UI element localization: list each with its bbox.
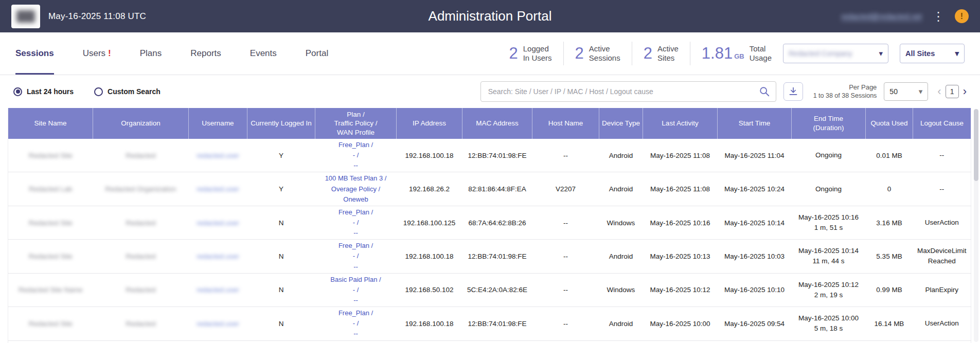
search-input[interactable] bbox=[480, 81, 776, 102]
cell-plan[interactable]: Free_Plan / - / -- bbox=[315, 240, 397, 273]
cell-user[interactable]: redacted.user bbox=[189, 273, 247, 306]
session-row: Redacted LabRedacted Organizationredacte… bbox=[8, 172, 971, 206]
cell-start: May-16-2025 10:03 bbox=[718, 240, 792, 273]
cell-org: Redacted bbox=[93, 240, 189, 273]
tab-sessions-label: Sessions bbox=[15, 48, 54, 59]
cell-logged: N bbox=[247, 240, 315, 273]
column-header-ip: IP Address bbox=[397, 108, 462, 139]
cell-host: -- bbox=[532, 240, 599, 273]
cell-last: May-16-2025 11:08 bbox=[643, 172, 718, 206]
cell-cause: UserAction bbox=[913, 206, 971, 239]
cell-last: May-16-2025 09:33 bbox=[643, 340, 718, 343]
cell-plan[interactable]: Free_Plan / - / -- bbox=[315, 206, 397, 239]
pagination: ‹ 1 › bbox=[937, 85, 967, 98]
page-title: Administration Portal bbox=[429, 8, 552, 24]
column-header-cause: Logout Cause bbox=[913, 108, 971, 139]
cell-cause: MaxDeviceLimit Reached bbox=[913, 240, 971, 273]
cell-last: May-16-2025 10:12 bbox=[643, 273, 718, 306]
cell-device: Android bbox=[599, 307, 643, 340]
account-email-link[interactable]: redacted@redacted.net bbox=[841, 12, 922, 21]
search-box bbox=[480, 81, 776, 102]
cell-plan[interactable]: Basic Paid Plan / - / -- bbox=[315, 273, 397, 306]
column-header-device: Device Type bbox=[599, 108, 643, 139]
cell-quota: 3.16 MB bbox=[866, 206, 913, 239]
all-sites-select-value: All Sites bbox=[905, 49, 935, 58]
tab-portal-label: Portal bbox=[306, 48, 328, 59]
cell-site: Redacted Lab bbox=[8, 172, 93, 206]
cell-last: May-16-2025 10:00 bbox=[643, 307, 718, 340]
cell-site: Redacted Site bbox=[8, 307, 93, 340]
cell-last: May-16-2025 11:08 bbox=[643, 139, 718, 172]
cell-plan[interactable]: 100 MB Test Plan 3 / CaptiveDevicePolicy… bbox=[315, 340, 397, 343]
cell-plan[interactable]: Free_Plan / - / -- bbox=[315, 307, 397, 340]
tab-portal[interactable]: Portal bbox=[306, 32, 328, 75]
prev-page-button[interactable]: ‹ bbox=[937, 86, 941, 97]
divider bbox=[563, 42, 564, 65]
cell-logged: N bbox=[247, 273, 315, 306]
cell-host: -- bbox=[532, 307, 599, 340]
cell-user[interactable]: redacted.user bbox=[189, 206, 247, 239]
download-icon bbox=[788, 86, 798, 97]
cell-org: Redacted bbox=[93, 307, 189, 340]
cell-site: Redacted Site bbox=[8, 139, 93, 172]
tab-events[interactable]: Events bbox=[250, 32, 277, 75]
cell-cause: PlanQuota Exhausted bbox=[913, 340, 971, 343]
session-row: Redacted SiteRedactedredacted.userNFree_… bbox=[8, 307, 971, 340]
next-page-button[interactable]: › bbox=[963, 86, 967, 97]
topbar-right: redacted@redacted.net ⋮ ! bbox=[841, 9, 969, 23]
per-page-select-value: 50 bbox=[889, 87, 898, 96]
cell-quota: 0.99 MB bbox=[866, 273, 913, 306]
stat-total-usage-unit: GB bbox=[734, 52, 744, 60]
brand-logo[interactable] bbox=[11, 5, 40, 28]
cell-plan[interactable]: Free_Plan / - / -- bbox=[315, 139, 397, 172]
cell-user[interactable]: redacted.user bbox=[189, 307, 247, 340]
stat-active-sessions: 2 Active Sessions bbox=[575, 44, 620, 63]
column-header-end: End Time (Duration) bbox=[792, 108, 866, 139]
stat-total-usage-label: Total Usage bbox=[750, 44, 772, 63]
cell-device: Windows bbox=[599, 206, 643, 239]
cell-quota: 5.35 MB bbox=[866, 240, 913, 273]
stat-active-sites-value: 2 bbox=[644, 44, 652, 63]
tab-plans[interactable]: Plans bbox=[140, 32, 162, 75]
cell-user[interactable]: redacted.user bbox=[189, 139, 247, 172]
cell-device: Windows bbox=[599, 273, 643, 306]
tab-plans-label: Plans bbox=[140, 48, 162, 59]
column-header-plan: Plan / Traffic Policy / WAN Profile bbox=[315, 108, 397, 139]
filter-row: Last 24 hours Custom Search Per Page 1 t… bbox=[0, 75, 980, 108]
cell-ip: 192.168.100.18 bbox=[397, 240, 462, 273]
radio-last-24-hours[interactable]: Last 24 hours bbox=[13, 87, 74, 96]
tab-users[interactable]: Users! bbox=[83, 32, 111, 75]
cell-logged: N bbox=[247, 307, 315, 340]
download-button[interactable] bbox=[783, 82, 803, 101]
cell-user[interactable]: redacted.user bbox=[189, 340, 247, 343]
cell-user[interactable]: redacted.user bbox=[189, 172, 247, 206]
per-page-select[interactable]: 50 ▾ bbox=[884, 82, 928, 101]
current-page-number[interactable]: 1 bbox=[946, 85, 959, 98]
cell-end: May-16-2025 10:12 2 m, 19 s bbox=[792, 273, 866, 306]
cell-mac: 82:81:86:44:8F:EA bbox=[462, 172, 532, 206]
divider bbox=[690, 42, 690, 65]
cell-start: May-16-2025 10:24 bbox=[718, 172, 792, 206]
organization-select[interactable]: Redacted Company ▾ bbox=[783, 44, 888, 63]
session-row: Redacted Site NameRedactedredacted.userN… bbox=[8, 273, 971, 306]
kebab-menu-icon[interactable]: ⋮ bbox=[931, 10, 946, 23]
cell-mac: 68:7A:64:62:8B:26 bbox=[462, 206, 532, 239]
tab-reports[interactable]: Reports bbox=[190, 32, 221, 75]
table-scrollbar[interactable] bbox=[974, 109, 978, 342]
tab-sessions[interactable]: Sessions bbox=[15, 32, 54, 75]
scrollbar-thumb[interactable] bbox=[974, 109, 978, 181]
cell-site: Redacted Site Name bbox=[8, 273, 93, 306]
stats-cluster: 2 Logged In Users 2 Active Sessions 2 Ac… bbox=[509, 42, 965, 65]
users-alert-icon: ! bbox=[108, 48, 111, 59]
cell-plan[interactable]: 100 MB Test Plan 3 / Overage Policy / On… bbox=[315, 172, 397, 206]
cell-logged: N bbox=[247, 340, 315, 343]
stat-active-sessions-value: 2 bbox=[575, 44, 584, 63]
notification-icon[interactable]: ! bbox=[955, 9, 969, 23]
cell-mac: 5C:E4:2A:0A:82:6E bbox=[462, 273, 532, 306]
search-icon[interactable] bbox=[759, 86, 770, 97]
session-row: Redacted SiteRedactedredacted.userYFree_… bbox=[8, 139, 971, 172]
cell-user[interactable]: redacted.user bbox=[189, 240, 247, 273]
all-sites-select[interactable]: All Sites ▾ bbox=[900, 44, 965, 63]
radio-custom-search[interactable]: Custom Search bbox=[94, 87, 161, 96]
cell-host: -- bbox=[532, 206, 599, 239]
